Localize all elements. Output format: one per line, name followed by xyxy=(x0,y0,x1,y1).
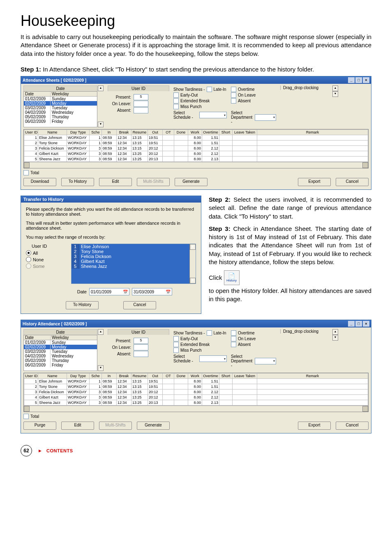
date-row[interactable]: 05/02/2009Thursday xyxy=(24,115,97,119)
misspunch-checkbox[interactable] xyxy=(173,348,179,353)
grid-hscroll[interactable] xyxy=(24,406,368,412)
col-header[interactable]: Day Type xyxy=(67,373,90,379)
export-button[interactable]: Export xyxy=(298,178,331,186)
col-header[interactable]: Sche xyxy=(90,373,102,379)
overtime-checkbox[interactable] xyxy=(231,330,236,336)
col-header[interactable]: OT xyxy=(163,373,174,379)
scroll-up-icon[interactable]: ▲ xyxy=(98,85,104,91)
user-list[interactable]: 1Elise Johnson2Tony Stone3Felicia Dickso… xyxy=(71,244,196,284)
table-row[interactable]: 5Sheena JazzWORKDAY308:5912:3413:2520:13… xyxy=(24,400,368,406)
total-checkbox[interactable] xyxy=(23,170,29,175)
table-row[interactable]: 5Sheena JazzWORKDAY308:5912:3413:2520:13… xyxy=(24,157,368,162)
col-header[interactable]: Done xyxy=(174,130,188,135)
table-row[interactable]: 4Gilbert KaztWORKDAY308:5912:3413:2520:1… xyxy=(24,395,368,400)
latein-checkbox[interactable] xyxy=(207,87,212,92)
history-grid[interactable]: User IDNameDay TypeScheInBreakResumeOutO… xyxy=(23,373,369,412)
table-row[interactable]: 4Gilbert KaztWORKDAY308:5912:3413:2520:1… xyxy=(24,151,368,157)
col-header[interactable]: In xyxy=(102,130,117,135)
col-header[interactable]: Overtime xyxy=(202,130,219,135)
minimize-icon[interactable]: _ xyxy=(348,321,355,327)
scroll-down-icon[interactable]: ▼ xyxy=(98,122,104,127)
edit-button[interactable]: Edit xyxy=(99,178,132,186)
table-row[interactable]: 1Elise JohnsonWORKDAY108:5912:3413:1519:… xyxy=(24,135,368,141)
userlist-down-icon[interactable]: ▼ xyxy=(190,278,196,283)
scroll-up-icon[interactable]: ▲ xyxy=(98,329,104,335)
date-row[interactable]: 02/02/2009Monday xyxy=(24,101,97,106)
misspunch-checkbox[interactable] xyxy=(173,104,179,109)
date-row[interactable]: 06/02/2009Friday xyxy=(24,363,97,367)
earlyout-checkbox[interactable] xyxy=(173,336,179,341)
scroll-down-icon[interactable]: ▼ xyxy=(98,365,104,371)
latein-checkbox[interactable] xyxy=(207,330,212,336)
col-header[interactable]: Short xyxy=(219,373,233,379)
date-row[interactable]: 01/02/2009Sunday xyxy=(24,97,97,101)
cancel-button[interactable]: Cancel xyxy=(336,178,369,186)
userlist-up-icon[interactable]: ▲ xyxy=(190,244,196,250)
schedule-combo[interactable] xyxy=(199,112,227,118)
table-row[interactable]: 2Tony StoneWORKDAY108:5912:3413:1519:518… xyxy=(24,141,368,146)
dept-combo[interactable] xyxy=(255,114,276,121)
date-list[interactable]: Date Weekday 01/02/2009Sunday02/02/2009M… xyxy=(23,335,97,371)
col-header[interactable]: User ID xyxy=(24,373,38,379)
date-row[interactable]: 04/02/2009Wednesday xyxy=(24,354,97,358)
absent-checkbox[interactable] xyxy=(231,342,236,347)
col-header[interactable]: Work xyxy=(188,130,202,135)
contents-link[interactable]: CONTENTS xyxy=(46,448,73,453)
history-toolbar-button[interactable]: History xyxy=(224,270,240,285)
close-icon[interactable]: × xyxy=(363,77,369,83)
radio-all[interactable] xyxy=(26,250,31,256)
date-row[interactable]: 03/02/2009Tuesday xyxy=(24,106,97,110)
drag-scroll-down-icon[interactable]: ▼ xyxy=(332,335,338,341)
maximize-icon[interactable]: □ xyxy=(355,77,362,83)
drag-scroll-down-icon[interactable]: ▼ xyxy=(332,91,338,97)
date-row[interactable]: 05/02/2009Thursday xyxy=(24,358,97,363)
col-header[interactable]: Remark xyxy=(257,130,368,135)
download-button[interactable]: Download xyxy=(23,178,56,186)
dlg-cancel-button[interactable]: Cancel xyxy=(123,301,156,309)
table-row[interactable]: 2Tony StoneWORKDAY108:5912:3413:1519:518… xyxy=(24,384,368,389)
date-to-input[interactable]: 31/03/2009📅 xyxy=(132,288,172,295)
col-header[interactable]: Work xyxy=(188,373,202,379)
list-item[interactable]: 5Sheena Jazz xyxy=(71,264,196,269)
table-row[interactable]: 3Felicia DicksonWORKDAY308:5912:3413:152… xyxy=(24,389,368,395)
total-checkbox[interactable] xyxy=(23,414,29,419)
onleave-checkbox[interactable] xyxy=(231,336,236,341)
extbreak-checkbox[interactable] xyxy=(173,98,179,104)
col-header[interactable]: Sche xyxy=(90,130,102,135)
drag-scroll-up-icon[interactable]: ▲ xyxy=(332,85,338,91)
edit-button[interactable]: Edit xyxy=(61,422,94,430)
attendance-grid[interactable]: User IDNameDay TypeScheInBreakResumeOutO… xyxy=(23,129,369,168)
tohistory-button[interactable]: To History xyxy=(61,178,94,186)
col-header[interactable]: Leave Taken xyxy=(233,373,257,379)
list-item[interactable]: 2Tony Stone xyxy=(71,249,196,254)
calendar-icon[interactable]: 📅 xyxy=(166,290,171,294)
generate-button[interactable]: Generate xyxy=(175,178,208,186)
earlyout-checkbox[interactable] xyxy=(173,92,179,98)
multishifts-button[interactable]: Multi-Shifts xyxy=(137,178,170,186)
col-header[interactable]: Day Type xyxy=(67,130,90,135)
col-header[interactable]: Done xyxy=(174,373,188,379)
extbreak-checkbox[interactable] xyxy=(173,342,179,347)
col-header[interactable]: User ID xyxy=(24,130,38,135)
table-row[interactable]: 3Felicia DicksonWORKDAY308:5912:3413:152… xyxy=(24,146,368,151)
date-row[interactable]: 02/02/2009Monday xyxy=(24,345,97,349)
col-header[interactable]: Remark xyxy=(257,373,368,379)
table-row[interactable]: 1Elise JohnsonWORKDAY108:5912:3413:1519:… xyxy=(24,379,368,384)
list-item[interactable]: 3Felicia Dickson xyxy=(71,254,196,259)
close-icon[interactable]: × xyxy=(363,321,369,327)
minimize-icon[interactable]: _ xyxy=(348,77,355,83)
radio-some[interactable] xyxy=(26,263,31,269)
date-from-input[interactable]: 01/01/2009📅 xyxy=(89,288,129,295)
maximize-icon[interactable]: □ xyxy=(355,321,362,327)
date-row[interactable]: 06/02/2009Friday xyxy=(24,119,97,124)
dept-combo[interactable] xyxy=(255,358,276,364)
dlg-tohistory-button[interactable]: To History xyxy=(66,301,99,309)
col-header[interactable]: Overtime xyxy=(202,373,219,379)
export-button[interactable]: Export xyxy=(298,422,331,430)
onleave-checkbox[interactable] xyxy=(231,92,236,98)
absent-checkbox[interactable] xyxy=(231,98,236,104)
schedule-combo[interactable] xyxy=(199,355,227,362)
col-header[interactable]: Name xyxy=(38,373,67,379)
date-row[interactable]: 01/02/2009Sunday xyxy=(24,340,97,345)
col-header[interactable]: OT xyxy=(163,130,174,135)
